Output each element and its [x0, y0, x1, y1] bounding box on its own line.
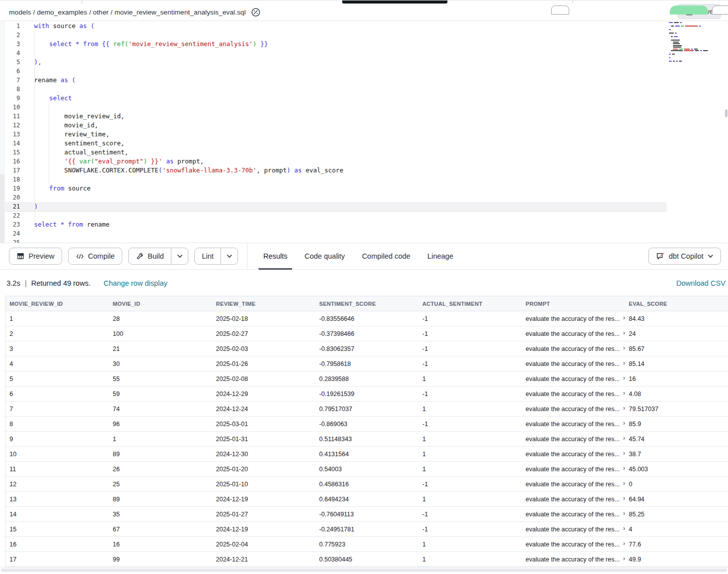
column-header[interactable]: MOVIE_ID: [109, 301, 212, 307]
code-minimap[interactable]: [668, 22, 724, 50]
expand-prompt-icon[interactable]: ›: [623, 466, 625, 472]
code-line[interactable]: 23select * from rename: [0, 220, 728, 229]
expand-prompt-icon[interactable]: ›: [623, 496, 625, 502]
code-line[interactable]: 4: [0, 49, 728, 58]
code-line[interactable]: 5),: [0, 58, 728, 67]
tab-code-quality[interactable]: Code quality: [296, 243, 354, 269]
table-row[interactable]: 17992024-12-210.503804451evaluate the ac…: [6, 552, 728, 567]
table-row[interactable]: 15672024-12-19-0.24951781-1evaluate the …: [6, 522, 728, 537]
build-options-caret[interactable]: [171, 248, 188, 264]
table-cell: 2025-01-20: [212, 466, 315, 473]
code-line[interactable]: 24: [0, 229, 728, 238]
code-line[interactable]: 8: [0, 85, 728, 94]
table-row[interactable]: 16162025-02-040.7759231evaluate the accu…: [6, 537, 728, 552]
column-header[interactable]: EVAL_SCORE: [625, 301, 728, 307]
table-row[interactable]: 7742024-12-240.795170371evaluate the acc…: [6, 402, 728, 417]
download-csv-link[interactable]: Download CSV: [676, 279, 725, 287]
table-row[interactable]: 4302025-01-26-0.7958618-1evaluate the ac…: [6, 356, 728, 371]
code-line[interactable]: 12 movie_id,: [0, 121, 728, 130]
expand-prompt-icon[interactable]: ›: [623, 451, 625, 457]
build-button[interactable]: Build: [129, 248, 171, 264]
expand-prompt-icon[interactable]: ›: [623, 481, 625, 487]
column-header[interactable]: ACTUAL_SENTIMENT: [418, 301, 522, 307]
code-line[interactable]: 1with source as (: [0, 22, 728, 31]
code-line[interactable]: 7rename as (: [0, 76, 728, 85]
table-row[interactable]: 3212025-02-03-0.83062357-1evaluate the a…: [6, 341, 728, 356]
dbt-copilot-button[interactable]: dbt Copilot: [648, 248, 721, 265]
editor-vertical-scroll-thumb[interactable]: [725, 109, 727, 117]
results-table: MOVIE_REVIEW_IDMOVIE_IDREVIEW_TIMESENTIM…: [5, 296, 728, 567]
code-line[interactable]: 22: [0, 211, 728, 220]
code-line[interactable]: 3 select * from {{ ref('movie_review_sen…: [0, 40, 728, 49]
compile-button[interactable]: Compile: [68, 248, 122, 265]
expand-prompt-icon[interactable]: ›: [623, 526, 625, 532]
expand-prompt-icon[interactable]: ›: [623, 511, 625, 517]
expand-prompt-icon[interactable]: ›: [623, 315, 625, 321]
prompt-cell: evaluate the accuracy of the res...›: [522, 496, 625, 503]
code-line[interactable]: 16 '{{ var("eval_prompt") }}' as prompt,: [0, 157, 728, 166]
partial-button-green[interactable]: [670, 6, 708, 15]
expand-prompt-icon[interactable]: ›: [623, 391, 625, 397]
code-line[interactable]: 10: [0, 103, 728, 112]
table-row[interactable]: 8962025-03-01-0.869063-1evaluate the acc…: [6, 417, 728, 432]
table-row[interactable]: 14352025-01-27-0.76049113-1evaluate the …: [6, 507, 728, 522]
breadcrumb[interactable]: models / demo_examples / other / movie_r…: [9, 9, 246, 16]
tab-compiled-code[interactable]: Compiled code: [353, 243, 419, 269]
expand-prompt-icon[interactable]: ›: [623, 541, 625, 547]
expand-prompt-icon[interactable]: ›: [623, 556, 625, 562]
build-label: Build: [148, 252, 164, 260]
table-cell: -0.76049113: [315, 511, 418, 518]
code-line[interactable]: 21): [0, 202, 728, 211]
table-row[interactable]: 21002025-02-27-0.37398466-1evaluate the …: [6, 326, 728, 341]
code-line[interactable]: 6: [0, 67, 728, 76]
code-line[interactable]: 20: [0, 193, 728, 202]
code-line[interactable]: 25: [0, 238, 728, 243]
code-line[interactable]: 11 movie_review_id,: [0, 112, 728, 121]
horizontal-scrollbar[interactable]: [1, 568, 727, 572]
column-header[interactable]: REVIEW_TIME: [212, 301, 315, 307]
code-line[interactable]: 19 from source: [0, 184, 728, 193]
expand-prompt-icon[interactable]: ›: [623, 375, 625, 381]
column-header[interactable]: MOVIE_REVIEW_ID: [6, 301, 109, 307]
partial-button-left[interactable]: [551, 6, 569, 15]
tab-results[interactable]: Results: [255, 243, 296, 269]
table-row[interactable]: 1282025-02-18-0.83556646-1evaluate the a…: [6, 311, 728, 326]
table-row[interactable]: 12252025-01-100.4586316-1evaluate the ac…: [6, 477, 728, 492]
table-row[interactable]: 11262025-01-200.540031evaluate the accur…: [6, 462, 728, 477]
code-text: select * from rename: [34, 220, 110, 229]
docs-slash-icon[interactable]: [251, 8, 261, 17]
table-row[interactable]: 5552025-02-080.28395881evaluate the accu…: [6, 371, 728, 387]
code-line[interactable]: 13 review_time,: [0, 130, 728, 139]
code-line[interactable]: 2: [0, 31, 728, 40]
code-line[interactable]: 18: [0, 175, 728, 184]
code-line[interactable]: 9 select: [0, 94, 728, 103]
sql-code-editor[interactable]: 1with source as (23 select * from {{ ref…: [0, 21, 728, 243]
table-cell: 2: [6, 330, 109, 337]
table-cell: 2024-12-24: [212, 406, 315, 413]
table-row[interactable]: 912025-01-310.511483431evaluate the accu…: [6, 432, 728, 447]
expand-prompt-icon[interactable]: ›: [623, 360, 625, 366]
code-line[interactable]: 14 sentiment_score,: [0, 139, 728, 148]
change-row-display-link[interactable]: Change row display: [104, 279, 167, 287]
table-row[interactable]: 13892024-12-190.64942341evaluate the acc…: [6, 492, 728, 507]
table-row[interactable]: 10892024-12-300.41315641evaluate the acc…: [6, 447, 728, 462]
expand-prompt-icon[interactable]: ›: [623, 406, 625, 412]
expand-prompt-icon[interactable]: ›: [623, 421, 625, 427]
expand-prompt-icon[interactable]: ›: [623, 436, 625, 442]
tab-lineage[interactable]: Lineage: [419, 243, 462, 269]
partial-button-right[interactable]: [712, 6, 728, 15]
code-text: select: [34, 94, 72, 103]
table-cell: 2025-02-04: [212, 541, 315, 548]
table-row[interactable]: 6592024-12-29-0.19261539-1evaluate the a…: [6, 387, 728, 402]
expand-prompt-icon[interactable]: ›: [623, 330, 625, 336]
preview-button[interactable]: Preview: [9, 248, 62, 265]
column-header[interactable]: PROMPT: [522, 301, 625, 307]
lint-button[interactable]: Lint: [195, 248, 220, 264]
lint-options-caret[interactable]: [220, 248, 237, 264]
table-cell: 7: [6, 406, 109, 413]
code-line[interactable]: 15 actual_sentiment,: [0, 148, 728, 157]
prompt-cell: evaluate the accuracy of the res...›: [522, 481, 625, 488]
code-line[interactable]: 17 SNOWFLAKE.CORTEX.COMPLETE('snowflake-…: [0, 166, 728, 175]
expand-prompt-icon[interactable]: ›: [623, 345, 625, 351]
column-header[interactable]: SENTIMENT_SCORE: [315, 301, 418, 307]
